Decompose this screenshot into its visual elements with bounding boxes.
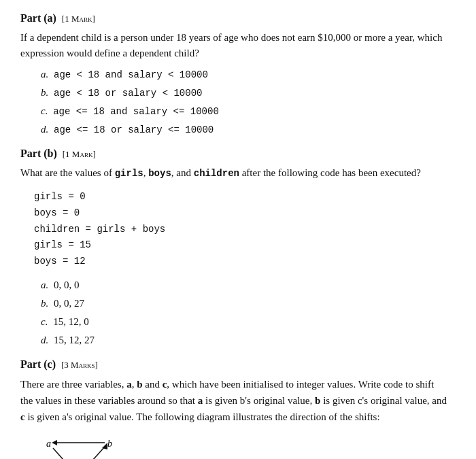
diagram: a b c bbox=[41, 432, 122, 459]
part-c-section: Part (c) [3 Marks] There are three varia… bbox=[20, 358, 449, 459]
option-text: age < 18 and salary < 10000 bbox=[54, 69, 208, 80]
part-b-mark: [1 Mark] bbox=[63, 149, 96, 160]
diagram-label-b: b bbox=[107, 439, 112, 449]
list-item: d. 15, 12, 27 bbox=[41, 335, 449, 346]
list-item: b. age < 18 or salary < 10000 bbox=[41, 87, 449, 99]
inline-a: a bbox=[198, 395, 203, 406]
list-item: a. 0, 0, 0 bbox=[41, 279, 449, 291]
part-c-header: Part (c) [3 Marks] bbox=[20, 358, 449, 371]
part-b-code: girls = 0 boys = 0 children = girls + bo… bbox=[34, 189, 449, 270]
list-item: b. 0, 0, 27 bbox=[41, 298, 449, 309]
list-item: a. age < 18 and salary < 10000 bbox=[41, 69, 449, 80]
var-boys: boys bbox=[148, 168, 171, 179]
option-letter: c. bbox=[41, 105, 48, 116]
part-a-mark: [1 Mark] bbox=[62, 14, 95, 24]
var-girls: girls bbox=[115, 168, 143, 179]
var-b: b bbox=[137, 379, 142, 390]
option-letter: d. bbox=[41, 124, 48, 135]
part-c-mark: [3 Marks] bbox=[61, 360, 98, 371]
diagram-label-a: a bbox=[46, 439, 51, 449]
option-text: age < 18 or salary < 10000 bbox=[54, 88, 202, 99]
code-line: boys = 12 bbox=[34, 254, 449, 270]
var-c: c bbox=[163, 379, 167, 390]
arrow-b-to-a bbox=[52, 440, 57, 445]
option-text: 0, 0, 0 bbox=[54, 279, 80, 290]
option-text: age <= 18 and salary <= 10000 bbox=[53, 106, 219, 117]
part-a-label: Part (a) bbox=[20, 12, 56, 24]
part-b-header: Part (b) [1 Mark] bbox=[20, 148, 449, 160]
inline-b: b bbox=[315, 395, 320, 406]
option-letter: a. bbox=[41, 279, 48, 290]
part-a-header: Part (a) [1 Mark] bbox=[20, 12, 449, 24]
option-letter: b. bbox=[41, 298, 48, 309]
svg-line-2 bbox=[80, 447, 105, 459]
list-item: d. age <= 18 or salary <= 10000 bbox=[41, 124, 449, 135]
part-a-question: If a dependent child is a person under 1… bbox=[20, 30, 449, 61]
option-text: 15, 12, 0 bbox=[53, 316, 89, 327]
code-line: girls = 0 bbox=[34, 189, 449, 205]
list-item: c. 15, 12, 0 bbox=[41, 316, 449, 328]
var-children: children bbox=[194, 168, 239, 179]
option-letter: c. bbox=[41, 316, 48, 327]
inline-c: c bbox=[20, 411, 25, 422]
option-text: 0, 0, 27 bbox=[54, 298, 84, 309]
part-c-label: Part (c) bbox=[20, 358, 56, 371]
part-a-section: Part (a) [1 Mark] If a dependent child i… bbox=[20, 12, 449, 135]
part-c-question: There are three variables, a, b and c, w… bbox=[20, 376, 449, 425]
option-letter: d. bbox=[41, 335, 48, 345]
list-item: c. age <= 18 and salary <= 10000 bbox=[41, 105, 449, 117]
code-line: boys = 0 bbox=[34, 205, 449, 222]
var-a: a bbox=[126, 379, 132, 390]
option-text: 15, 12, 27 bbox=[54, 335, 95, 345]
shift-diagram: a b c bbox=[41, 432, 122, 459]
code-line: children = girls + boys bbox=[34, 222, 449, 238]
code-line: girls = 15 bbox=[34, 237, 449, 254]
part-b-question: What are the values of girls, boys, and … bbox=[20, 165, 449, 181]
option-letter: b. bbox=[41, 87, 48, 98]
part-b-options: a. 0, 0, 0 b. 0, 0, 27 c. 15, 12, 0 d. 1… bbox=[41, 279, 449, 346]
part-b-label: Part (b) bbox=[20, 148, 57, 160]
svg-line-1 bbox=[53, 448, 75, 459]
option-text: age <= 18 or salary <= 10000 bbox=[54, 124, 214, 135]
part-b-section: Part (b) [1 Mark] What are the values of… bbox=[20, 148, 449, 346]
option-letter: a. bbox=[41, 69, 48, 80]
part-a-options: a. age < 18 and salary < 10000 b. age < … bbox=[41, 69, 449, 135]
